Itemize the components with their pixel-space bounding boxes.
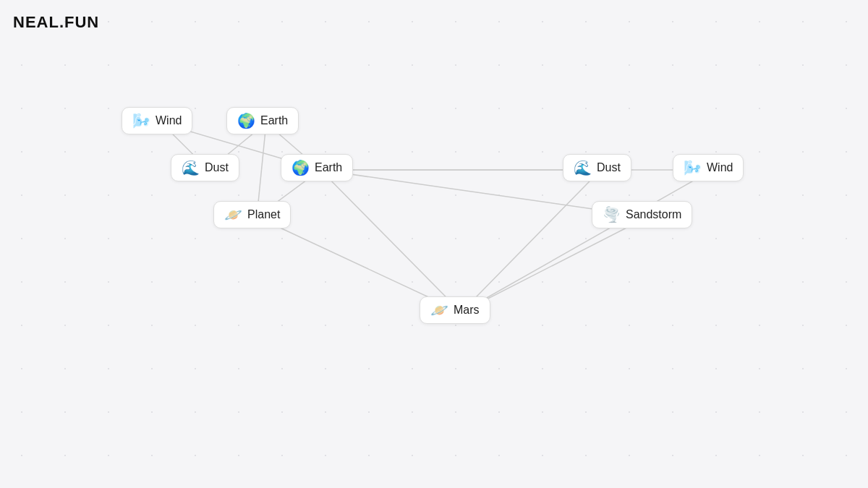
icon-wind1: 🌬️	[132, 114, 150, 128]
node-sandstorm[interactable]: 🌪️Sandstorm	[592, 201, 692, 228]
connection-dust2-mars	[461, 170, 601, 312]
icon-earth1: 🌍	[237, 114, 255, 128]
icon-earth2: 🌍	[292, 160, 310, 175]
label-dust2: Dust	[597, 161, 621, 174]
graph-container: 🌬️Wind🌍Earth🌊Dust🌍Earth🪐Planet🌊Dust🌬️Win…	[0, 0, 868, 488]
icon-dust1: 🌊	[182, 160, 200, 175]
icon-dust2: 🌊	[574, 160, 592, 175]
label-planet: Planet	[247, 208, 280, 221]
node-planet[interactable]: 🪐Planet	[213, 201, 291, 228]
label-sandstorm: Sandstorm	[626, 208, 681, 221]
label-dust1: Dust	[205, 161, 229, 174]
node-wind1[interactable]: 🌬️Wind	[122, 107, 192, 134]
node-mars[interactable]: 🪐Mars	[420, 296, 490, 324]
logo: NEAL.FUN	[13, 13, 99, 32]
label-wind2: Wind	[707, 161, 733, 174]
icon-planet: 🪐	[224, 207, 242, 222]
node-wind2[interactable]: 🌬️Wind	[673, 154, 744, 181]
label-earth1: Earth	[260, 114, 288, 127]
node-dust2[interactable]: 🌊Dust	[563, 154, 631, 181]
icon-sandstorm: 🌪️	[603, 207, 621, 222]
node-dust1[interactable]: 🌊Dust	[171, 154, 239, 181]
connection-wind2-mars	[461, 170, 713, 312]
node-earth2[interactable]: 🌍Earth	[281, 154, 353, 181]
label-mars: Mars	[454, 304, 480, 317]
connection-earth2-mars	[320, 170, 461, 312]
node-earth1[interactable]: 🌍Earth	[226, 107, 299, 134]
icon-wind2: 🌬️	[684, 160, 702, 175]
connections-svg	[0, 0, 868, 488]
label-earth2: Earth	[315, 161, 342, 174]
label-wind1: Wind	[156, 114, 182, 127]
icon-mars: 🪐	[430, 303, 448, 317]
connection-sandstorm-mars	[461, 217, 648, 312]
